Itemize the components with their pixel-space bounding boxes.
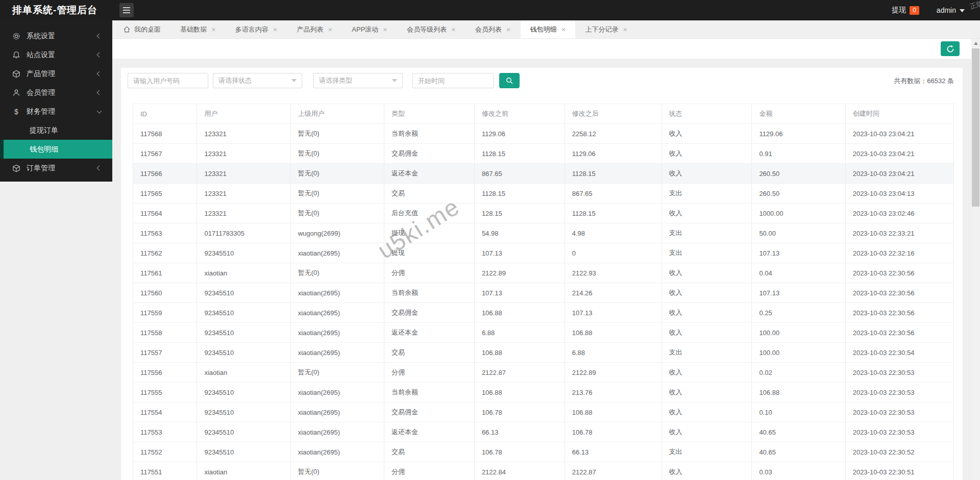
table-cell: 107.13: [752, 283, 845, 303]
table-cell: 214.26: [565, 283, 662, 303]
table-cell: 收入: [662, 124, 752, 144]
sidebar-item-label: 会员管理: [27, 88, 97, 97]
sidebar-item[interactable]: 订单管理: [0, 159, 112, 178]
column-header: 创建时间: [845, 104, 953, 124]
table-cell: 暂无(0): [290, 204, 384, 223]
close-icon[interactable]: ×: [328, 26, 333, 33]
table-cell: xiaotian(2695): [290, 422, 384, 442]
table-cell: 123321: [197, 184, 290, 204]
refresh-button[interactable]: [941, 41, 960, 56]
close-icon[interactable]: ×: [383, 26, 387, 33]
table-cell: 106.88: [565, 323, 662, 343]
table-cell: 40.65: [752, 442, 845, 462]
table-cell: 收入: [662, 263, 752, 283]
tab-label: 基础数据: [180, 25, 207, 34]
start-time-input[interactable]: [412, 73, 494, 88]
table-cell: 0.04: [752, 263, 845, 283]
column-header: 修改之前: [474, 104, 565, 124]
table-cell: 分佣: [384, 462, 475, 480]
close-icon[interactable]: ×: [506, 26, 511, 33]
sidebar-item-label: 产品管理: [27, 69, 97, 79]
tab-label: 会员列表: [475, 25, 502, 34]
close-icon[interactable]: ×: [561, 26, 566, 33]
table-cell: 106.88: [752, 383, 845, 402]
sidebar-item-label: 系统设置: [27, 32, 97, 41]
table-cell: 117561: [133, 263, 197, 283]
sidebar-item[interactable]: 站点设置: [0, 45, 112, 64]
tab-产品列表[interactable]: 产品列表×: [287, 20, 342, 38]
sidebar-item[interactable]: 系统设置: [0, 27, 112, 45]
table-cell: 2023-10-03 23:04:21: [845, 144, 953, 164]
table-cell: 0.03: [752, 462, 845, 480]
sidebar-item[interactable]: 会员管理: [0, 83, 112, 102]
menu-toggle-button[interactable]: [119, 3, 134, 17]
table-cell: 收入: [662, 383, 752, 402]
tab-会员列表[interactable]: 会员列表×: [465, 20, 521, 38]
table-row: 11755292345510xiaotian(2695)交易106.7866.1…: [133, 442, 954, 462]
type-select[interactable]: 请选择类型: [313, 73, 403, 88]
table-cell: 提现: [384, 243, 475, 263]
chevron-left-icon: [97, 90, 102, 95]
tab-APP滚动[interactable]: APP滚动×: [342, 20, 397, 38]
table-cell: 返还本金: [384, 164, 475, 184]
table-cell: 117564: [133, 204, 197, 223]
table-row: 11755592345510xiaotian(2695)当前余额106.8821…: [133, 383, 954, 402]
table-cell: 2023-10-03 22:30:53: [845, 363, 953, 383]
tab-label: 我的桌面: [134, 25, 161, 34]
table-cell: 0.91: [752, 144, 845, 164]
table-row: 11756292345510xiaotian(2695)提现107.130支出1…: [133, 243, 954, 263]
table-cell: 返还本金: [384, 323, 475, 343]
table-cell: 2023-10-03 22:33:21: [845, 223, 953, 243]
gear-icon: [12, 32, 20, 40]
sidebar-item[interactable]: $财务管理: [0, 102, 112, 121]
user-number-input[interactable]: [128, 73, 208, 88]
table-cell: 收入: [662, 283, 752, 303]
close-icon[interactable]: ×: [623, 26, 627, 33]
table-cell: 当前余额: [384, 283, 475, 303]
tab-上下分记录[interactable]: 上下分记录×: [575, 20, 637, 38]
table-cell: 92345510: [197, 243, 290, 263]
vertical-scrollbar[interactable]: [971, 39, 980, 480]
data-table-wrap: ID用户上级用户类型修改之前修改之后状态金额创建时间117568123321暂无…: [133, 104, 954, 480]
tab-label: 会员等级列表: [407, 25, 447, 34]
table-cell: 支出: [662, 243, 752, 263]
table-cell: 后台充值: [384, 204, 475, 223]
tab-会员等级列表[interactable]: 会员等级列表×: [397, 20, 465, 38]
table-cell: 117568: [133, 124, 197, 144]
column-header: 状态: [662, 104, 752, 124]
sidebar-item[interactable]: 产品管理: [0, 64, 112, 83]
table-cell: 6.88: [565, 343, 662, 363]
close-icon[interactable]: ×: [211, 26, 216, 33]
sidebar-subitem[interactable]: 钱包明细: [0, 140, 112, 159]
table-cell: 1129.06: [752, 124, 845, 144]
table-cell: xiaotian(2695): [290, 323, 384, 343]
status-select[interactable]: 请选择状态: [213, 73, 302, 88]
table-cell: 1128.15: [565, 164, 662, 184]
table-cell: 2023-10-03 22:30:53: [845, 422, 953, 442]
table-cell: xiaotian(2695): [290, 402, 384, 422]
scrollbar-thumb[interactable]: [972, 48, 979, 207]
tab-钱包明细[interactable]: 钱包明细×: [521, 20, 576, 38]
close-icon[interactable]: ×: [273, 26, 278, 33]
table-cell: 暂无(0): [290, 184, 384, 204]
tab-我的桌面[interactable]: 我的桌面: [113, 20, 170, 38]
table-cell: 1129.06: [565, 144, 662, 164]
search-button[interactable]: [499, 73, 520, 88]
sidebar-item-label: 财务管理: [27, 107, 97, 116]
tab-多语言内容[interactable]: 多语言内容×: [226, 20, 287, 38]
table-cell: 92345510: [197, 402, 290, 422]
tab-基础数据[interactable]: 基础数据×: [170, 20, 226, 38]
close-icon[interactable]: ×: [451, 26, 456, 33]
table-cell: 117553: [133, 422, 197, 442]
scroll-up-arrow-icon[interactable]: [971, 39, 980, 47]
total-count: 共有数据：66532 条: [894, 77, 954, 86]
sidebar-subitem[interactable]: 提现订单: [0, 121, 112, 140]
table-cell: 123321: [197, 204, 290, 223]
chevron-down-icon: [97, 108, 102, 113]
table-cell: 117557: [133, 343, 197, 363]
user-menu[interactable]: admin: [937, 6, 965, 14]
search-icon: [505, 77, 513, 85]
table-cell: 2023-10-03 22:30:52: [845, 442, 953, 462]
withdraw-link[interactable]: 提现 0: [892, 6, 919, 15]
toolbar: [112, 39, 980, 59]
